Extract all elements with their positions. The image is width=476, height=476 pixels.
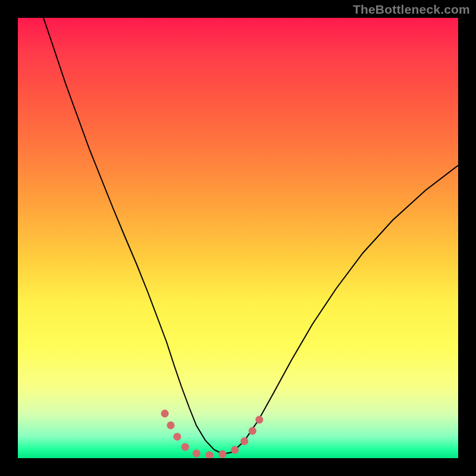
watermark-text: TheBottleneck.com [353,2,470,17]
minimum-highlight [165,409,265,455]
bottleneck-curve [43,18,458,454]
chart-svg [18,18,458,458]
